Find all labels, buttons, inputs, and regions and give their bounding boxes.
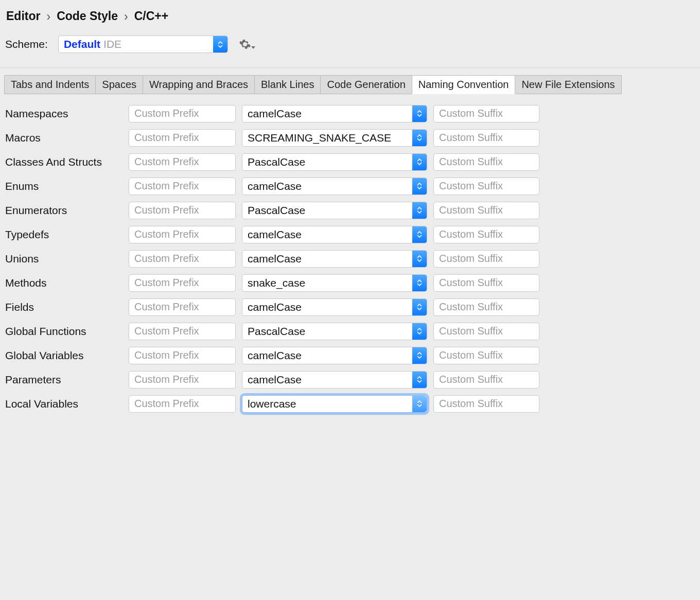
- scheme-select[interactable]: Default IDE: [58, 36, 228, 53]
- suffix-input[interactable]: Custom Suffix: [433, 347, 539, 364]
- tab-tabs-indents[interactable]: Tabs and Indents: [4, 75, 96, 94]
- style-select-fields[interactable]: camelCase: [242, 298, 427, 316]
- prefix-input[interactable]: Custom Prefix: [129, 323, 236, 340]
- tab-naming-convention[interactable]: Naming Convention: [412, 75, 516, 94]
- scheme-value: Default: [59, 38, 100, 50]
- style-value: camelCase: [242, 374, 302, 386]
- row-label-enums: Enums: [5, 180, 129, 192]
- chevron-right-icon: ›: [46, 10, 50, 24]
- style-select-parameters[interactable]: camelCase: [242, 371, 427, 389]
- row-label-methods: Methods: [5, 277, 129, 289]
- style-value: PascalCase: [242, 156, 305, 168]
- prefix-input[interactable]: Custom Prefix: [129, 129, 236, 147]
- breadcrumb: Editor › Code Style › C/C++: [0, 7, 700, 34]
- updown-icon[interactable]: [412, 154, 427, 170]
- style-select-global-variables[interactable]: camelCase: [242, 347, 427, 364]
- tab-blank-lines[interactable]: Blank Lines: [254, 75, 321, 94]
- style-value: snake_case: [242, 277, 305, 289]
- style-value: camelCase: [242, 228, 302, 241]
- style-select-macros[interactable]: SCREAMING_SNAKE_CASE: [242, 129, 427, 147]
- prefix-input[interactable]: Custom Prefix: [129, 105, 236, 122]
- row-label-enumerators: Enumerators: [5, 204, 129, 217]
- prefix-input[interactable]: Custom Prefix: [129, 250, 236, 268]
- updown-icon[interactable]: [213, 36, 227, 52]
- style-select-local-variables[interactable]: lowercase lowercase camelCase PascalCase…: [242, 395, 427, 413]
- style-select-unions[interactable]: camelCase: [242, 250, 427, 268]
- prefix-input[interactable]: Custom Prefix: [129, 153, 236, 171]
- suffix-input[interactable]: Custom Suffix: [433, 105, 539, 122]
- suffix-input[interactable]: Custom Suffix: [433, 298, 539, 316]
- updown-icon[interactable]: [412, 105, 427, 122]
- style-value: camelCase: [242, 180, 302, 192]
- row-label-macros: Macros: [5, 132, 129, 144]
- row-label-unions: Unions: [5, 253, 129, 265]
- row-label-global-functions: Global Functions: [5, 325, 129, 338]
- row-label-typedefs: Typedefs: [5, 228, 129, 241]
- style-select-global-functions[interactable]: PascalCase: [242, 323, 427, 340]
- updown-icon[interactable]: [412, 202, 427, 219]
- row-label-namespaces: Namespaces: [5, 108, 129, 120]
- prefix-input[interactable]: Custom Prefix: [129, 395, 236, 413]
- scheme-label: Scheme:: [5, 38, 48, 50]
- style-value: PascalCase: [242, 325, 305, 338]
- suffix-input[interactable]: Custom Suffix: [433, 202, 539, 219]
- updown-icon[interactable]: [412, 396, 427, 412]
- breadcrumb-cpp: C/C++: [134, 9, 168, 23]
- style-select-methods[interactable]: snake_case: [242, 274, 427, 292]
- updown-icon[interactable]: [412, 347, 427, 364]
- updown-icon[interactable]: [412, 299, 427, 315]
- updown-icon[interactable]: [412, 130, 427, 146]
- updown-icon[interactable]: [412, 323, 427, 340]
- style-value: camelCase: [242, 253, 302, 265]
- tab-wrapping[interactable]: Wrapping and Braces: [143, 75, 255, 94]
- style-select-typedefs[interactable]: camelCase: [242, 226, 427, 243]
- tabs: Tabs and Indents Spaces Wrapping and Bra…: [0, 75, 700, 94]
- suffix-input[interactable]: Custom Suffix: [433, 395, 539, 413]
- suffix-input[interactable]: Custom Suffix: [433, 129, 539, 147]
- gear-icon[interactable]: [238, 38, 256, 50]
- suffix-input[interactable]: Custom Suffix: [433, 153, 539, 171]
- breadcrumb-editor[interactable]: Editor: [6, 9, 40, 23]
- row-label-local-variables: Local Variables: [5, 398, 129, 410]
- updown-icon[interactable]: [412, 372, 427, 388]
- row-label-parameters: Parameters: [5, 374, 129, 386]
- prefix-input[interactable]: Custom Prefix: [129, 298, 236, 316]
- prefix-input[interactable]: Custom Prefix: [129, 274, 236, 292]
- prefix-input[interactable]: Custom Prefix: [129, 202, 236, 219]
- updown-icon[interactable]: [412, 251, 427, 267]
- prefix-input[interactable]: Custom Prefix: [129, 347, 236, 364]
- style-select-enums[interactable]: camelCase: [242, 178, 427, 195]
- scheme-scope-tag: IDE: [100, 38, 121, 50]
- suffix-input[interactable]: Custom Suffix: [433, 323, 539, 340]
- style-select-namespaces[interactable]: camelCase: [242, 105, 427, 122]
- prefix-input[interactable]: Custom Prefix: [129, 226, 236, 243]
- updown-icon[interactable]: [412, 275, 427, 291]
- style-value: camelCase: [242, 108, 302, 120]
- style-value: lowercase: [242, 398, 296, 410]
- row-label-fields: Fields: [5, 301, 129, 313]
- suffix-input[interactable]: Custom Suffix: [433, 250, 539, 268]
- prefix-input[interactable]: Custom Prefix: [129, 371, 236, 389]
- style-select-enumerators[interactable]: PascalCase: [242, 202, 427, 219]
- prefix-input[interactable]: Custom Prefix: [129, 178, 236, 195]
- suffix-input[interactable]: Custom Suffix: [433, 226, 539, 243]
- suffix-input[interactable]: Custom Suffix: [433, 371, 539, 389]
- style-value: PascalCase: [242, 204, 305, 217]
- updown-icon[interactable]: [412, 178, 427, 195]
- tab-new-file-ext[interactable]: New File Extensions: [515, 75, 621, 94]
- suffix-input[interactable]: Custom Suffix: [433, 178, 539, 195]
- row-label-classes: Classes And Structs: [5, 156, 129, 168]
- style-value: SCREAMING_SNAKE_CASE: [242, 132, 391, 144]
- suffix-input[interactable]: Custom Suffix: [433, 274, 539, 292]
- tab-code-gen[interactable]: Code Generation: [320, 75, 412, 94]
- style-value: camelCase: [242, 301, 302, 313]
- updown-icon[interactable]: [412, 226, 427, 243]
- style-select-classes[interactable]: PascalCase: [242, 153, 427, 171]
- chevron-right-icon: ›: [124, 10, 128, 24]
- style-value: camelCase: [242, 349, 302, 362]
- row-label-global-variables: Global Variables: [5, 349, 129, 362]
- breadcrumb-code-style[interactable]: Code Style: [57, 9, 118, 23]
- tab-spaces[interactable]: Spaces: [95, 75, 143, 94]
